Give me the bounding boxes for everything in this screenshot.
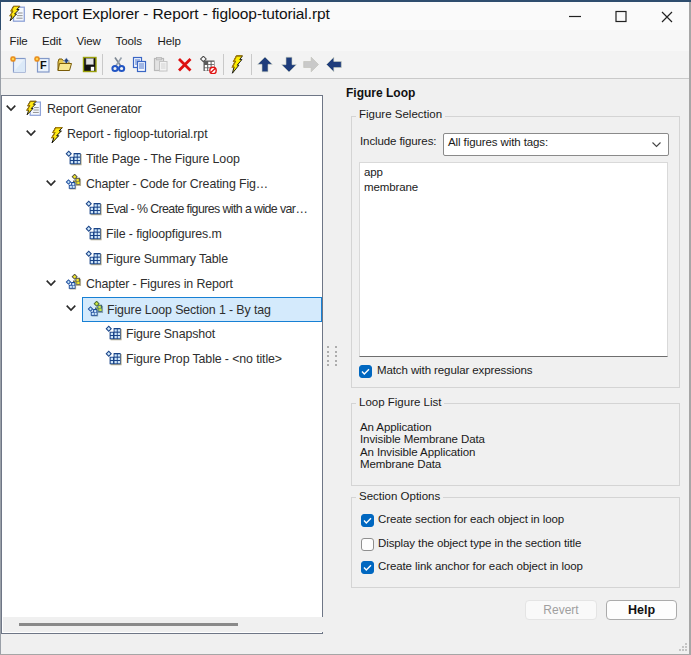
svg-text:F: F [39, 59, 46, 71]
